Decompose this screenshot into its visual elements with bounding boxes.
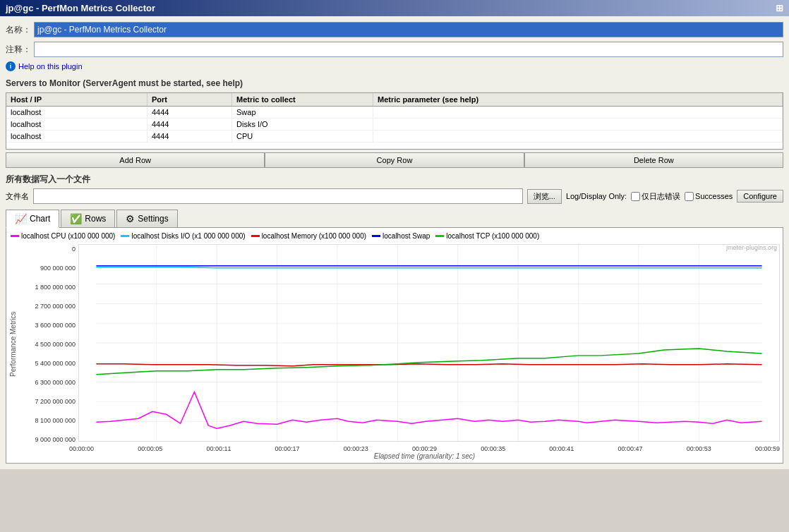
- x-label-9: 00:00:53: [687, 445, 711, 452]
- table-header: Host / IP Port Metric to collect Metric …: [6, 93, 783, 107]
- file-row: 文件名 浏览... Log/Display Only: 仅日志错误 Succes…: [6, 188, 783, 204]
- cell-port: 4444: [147, 131, 232, 142]
- cell-host: localhost: [6, 131, 147, 142]
- legend-tcp: localhost TCP (x100 000 000): [435, 232, 539, 240]
- tab-rows[interactable]: ✅ Rows: [61, 210, 115, 227]
- name-label: 名称：: [6, 24, 34, 36]
- cell-metric: CPU: [232, 131, 373, 142]
- errors-label: 仅日志错误: [642, 191, 680, 202]
- file-section: 所有数据写入一个文件 文件名 浏览... Log/Display Only: 仅…: [6, 174, 783, 204]
- help-link[interactable]: i Help on this plugin: [6, 61, 783, 71]
- x-label-6: 00:00:35: [481, 445, 505, 452]
- legend-memory-color: [251, 235, 260, 237]
- legend-swap-color: [372, 235, 380, 237]
- window-title: jp@gc - PerfMon Metrics Collector: [6, 3, 155, 13]
- col-param: Metric parameter (see help): [373, 93, 783, 106]
- comment-label: 注释：: [6, 44, 34, 56]
- configure-button[interactable]: Configure: [737, 190, 783, 202]
- y-axis-title: Performance Metrics: [9, 246, 17, 443]
- tabs-row: 📈 Chart ✅ Rows ⚙ Settings: [6, 210, 783, 228]
- tab-settings[interactable]: ⚙ Settings: [116, 210, 177, 227]
- successes-label: Successes: [695, 192, 733, 200]
- legend-disks-label: localhost Disks I/O (x1 000 000 000): [131, 232, 245, 240]
- cell-port: 4444: [147, 107, 232, 118]
- watermark: jmeter-plugins.org: [726, 244, 777, 251]
- chart-area: localhost CPU (x100 000 000) localhost D…: [6, 228, 783, 464]
- browse-button[interactable]: 浏览...: [527, 189, 562, 204]
- legend-memory: localhost Memory (x100 000 000): [251, 232, 366, 240]
- legend-disks: localhost Disks I/O (x1 000 000 000): [121, 232, 245, 240]
- y-label-5: 4 500 000 000: [18, 341, 76, 348]
- x-label-3: 00:00:17: [275, 445, 300, 452]
- chart-legend: localhost CPU (x100 000 000) localhost D…: [9, 231, 780, 241]
- legend-cpu-color: [11, 235, 19, 237]
- delete-row-button[interactable]: Delete Row: [524, 152, 783, 168]
- file-label: 文件名: [6, 191, 29, 202]
- settings-tab-icon: ⚙: [126, 213, 135, 224]
- tcp-line: [96, 349, 761, 375]
- y-label-4: 5 400 000 000: [18, 360, 76, 367]
- x-label-1: 00:00:05: [138, 445, 162, 452]
- rows-tab-icon: ✅: [70, 213, 82, 224]
- help-text: Help on this plugin: [18, 62, 83, 71]
- add-row-button[interactable]: Add Row: [6, 152, 265, 168]
- memory-line: [96, 364, 761, 366]
- y-label-9: 900 000 000: [18, 265, 76, 272]
- x-label-2: 00:00:11: [206, 445, 231, 452]
- x-axis-labels: 00:00:00 00:00:05 00:00:11 00:00:17 00:0…: [69, 444, 780, 452]
- chart-svg: [78, 244, 780, 442]
- legend-cpu: localhost CPU (x100 000 000): [11, 232, 115, 240]
- comment-input[interactable]: [34, 42, 783, 57]
- successes-checkbox-label[interactable]: Successes: [685, 192, 733, 201]
- legend-disks-color: [121, 235, 129, 237]
- table-body[interactable]: localhost 4444 Swap localhost 4444 Disks…: [6, 107, 783, 149]
- file-input[interactable]: [33, 188, 523, 204]
- copy-row-button[interactable]: Copy Row: [265, 152, 524, 168]
- file-section-title: 所有数据写入一个文件: [6, 174, 783, 186]
- y-label-10: 0: [18, 246, 76, 253]
- errors-checkbox[interactable]: [631, 192, 640, 201]
- name-input[interactable]: [34, 22, 783, 37]
- x-label-8: 00:00:47: [618, 445, 643, 452]
- col-port: Port: [147, 93, 232, 106]
- legend-cpu-label: localhost CPU (x100 000 000): [21, 232, 115, 240]
- chart-tab-label: Chart: [30, 214, 50, 224]
- cell-param: [373, 119, 783, 130]
- window-controls[interactable]: ⊞: [776, 3, 783, 13]
- disks-line: [96, 267, 761, 268]
- y-axis-labels: 9 000 000 000 8 100 000 000 7 200 000 00…: [18, 246, 78, 443]
- title-bar: jp@gc - PerfMon Metrics Collector ⊞: [0, 0, 789, 16]
- tab-chart[interactable]: 📈 Chart: [6, 210, 59, 228]
- errors-checkbox-label[interactable]: 仅日志错误: [631, 191, 680, 202]
- cell-param: [373, 107, 783, 118]
- x-label-10: 00:00:59: [755, 445, 780, 452]
- cell-metric: Disks I/O: [232, 119, 373, 130]
- legend-tcp-label: localhost TCP (x100 000 000): [446, 232, 539, 240]
- table-row[interactable]: localhost 4444 Swap: [6, 107, 783, 119]
- x-label-0: 00:00:00: [69, 445, 94, 452]
- log-display-label: Log/Display Only:: [566, 192, 627, 200]
- table-row[interactable]: localhost 4444 Disks I/O: [6, 119, 783, 131]
- col-host: Host / IP: [6, 93, 147, 106]
- main-content: 名称： 注释： i Help on this plugin Servers to…: [0, 16, 789, 469]
- legend-memory-label: localhost Memory (x100 000 000): [262, 232, 366, 240]
- info-icon: i: [6, 61, 16, 71]
- y-label-0: 9 000 000 000: [18, 436, 76, 443]
- table-buttons: Add Row Copy Row Delete Row: [6, 152, 783, 168]
- successes-checkbox[interactable]: [685, 192, 694, 201]
- legend-swap: localhost Swap: [372, 232, 430, 240]
- comment-row: 注释：: [6, 42, 783, 57]
- server-table: Host / IP Port Metric to collect Metric …: [6, 92, 783, 150]
- chart-svg-area: jmeter-plugins.org: [78, 244, 780, 444]
- grid-lines: [96, 245, 761, 441]
- x-axis-title: Elapsed time (granularity: 1 sec): [69, 452, 780, 460]
- y-label-8: 1 800 000 000: [18, 284, 76, 291]
- log-row: Log/Display Only: 仅日志错误 Successes Config…: [566, 190, 783, 202]
- y-label-3: 6 300 000 000: [18, 379, 76, 386]
- table-row[interactable]: localhost 4444 CPU: [6, 131, 783, 143]
- chart-tab-icon: 📈: [15, 213, 27, 224]
- cell-metric: Swap: [232, 107, 373, 118]
- y-label-7: 2 700 000 000: [18, 303, 76, 310]
- rows-tab-label: Rows: [85, 214, 106, 224]
- cell-param: [373, 131, 783, 142]
